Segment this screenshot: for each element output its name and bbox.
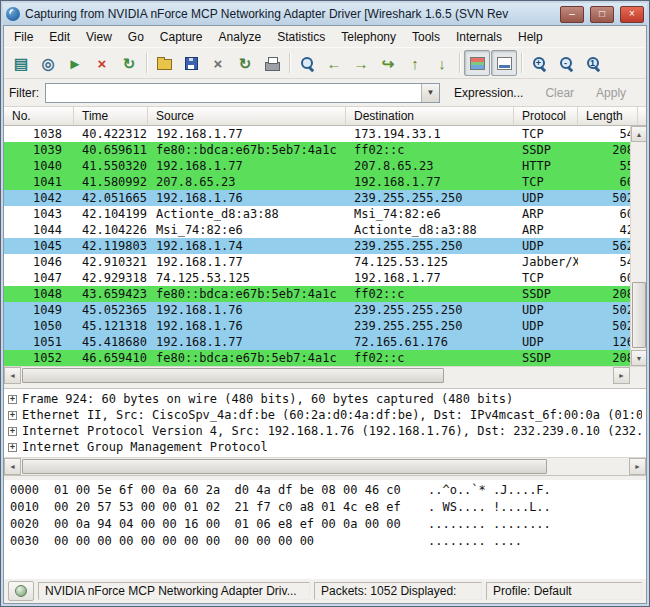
restart-capture-icon[interactable]: ↻ [116,50,142,76]
minimize-button[interactable]: – [560,6,584,23]
expert-info-icon [15,585,27,597]
profile-status: Profile: Default [486,582,642,600]
column-header-source[interactable]: Source [148,107,346,125]
packet-row-1052[interactable]: 105246.659410fe80::bdca:e67b:5eb7:4a1cff… [4,350,630,366]
zoom-in-icon[interactable]: + [526,50,552,76]
expand-plus-icon[interactable]: + [8,427,17,436]
menu-bar: FileEditViewGoCaptureAnalyzeStatisticsTe… [4,26,646,47]
scroll-up-icon[interactable]: ▲ [631,126,646,142]
stop-capture-icon[interactable]: × [89,50,115,76]
zoom-100-icon[interactable]: 1 [580,50,606,76]
menu-telephony[interactable]: Telephony [333,28,404,46]
main-toolbar: ▤◎►×↻×↻←→↪↑↓+-1 [4,47,646,79]
packet-list-vertical-scrollbar[interactable]: ▲ ▼ [630,126,646,366]
expand-plus-icon[interactable]: + [8,411,17,420]
filter-combo: ▼ [45,83,440,103]
column-header-no[interactable]: No. [4,107,74,125]
print-icon[interactable] [259,50,285,76]
interfaces-icon[interactable]: ▤ [8,50,34,76]
go-forward-icon[interactable]: → [348,50,374,76]
menu-help[interactable]: Help [510,28,551,46]
clear-button[interactable]: Clear [537,84,582,102]
menu-edit[interactable]: Edit [41,28,78,46]
find-packet-icon-shape [299,55,316,72]
expert-info-button[interactable] [8,581,34,601]
vertical-scroll-track[interactable] [631,142,646,350]
colorize-toggle-button[interactable] [464,50,490,76]
hex-line-0020[interactable]: 002000 0a 94 04 00 00 16 00 01 06 e8 ef … [10,517,640,534]
hex-line-0010[interactable]: 001000 20 57 53 00 00 01 02 21 f7 c0 a8 … [10,500,640,517]
autoscroll-toggle-button[interactable] [491,50,517,76]
go-last-packet-icon[interactable]: ↓ [429,50,455,76]
open-capture-file-icon[interactable] [151,50,177,76]
horizontal-scroll-thumb[interactable] [22,368,444,383]
column-header-protocol[interactable]: Protocol [514,107,578,125]
packet-row-1038[interactable]: 103840.422312192.168.1.77173.194.33.1TCP… [4,126,630,142]
scroll-left-icon[interactable]: ◄ [4,367,21,384]
details-scroll-track[interactable] [21,458,629,475]
save-capture-file-icon[interactable] [178,50,204,76]
menu-capture[interactable]: Capture [152,28,211,46]
find-packet-icon[interactable] [294,50,320,76]
menu-internals[interactable]: Internals [448,28,510,46]
title-bar[interactable]: Capturing from NVIDIA nForce MCP Network… [3,3,647,25]
detail-line-3[interactable]: +Internet Group Management Protocol [8,439,642,455]
packet-row-1044[interactable]: 104442.104226Msi_74:82:e6Actionte_d8:a3:… [4,222,630,238]
menu-statistics[interactable]: Statistics [269,28,333,46]
filter-input[interactable] [46,84,421,102]
hex-line-0030[interactable]: 003000 00 00 00 00 00 00 00 00 00 00 00.… [10,534,640,551]
packet-row-1041[interactable]: 104141.580992207.8.65.23192.168.1.77TCP6… [4,174,630,190]
zoom-out-icon[interactable]: - [553,50,579,76]
menu-file[interactable]: File [6,28,41,46]
interfaces-icon-glyph: ▤ [14,56,28,71]
scroll-right-icon[interactable]: ► [613,367,630,384]
go-first-packet-icon[interactable]: ↑ [402,50,428,76]
packet-row-1045[interactable]: 104542.119803192.168.1.74239.255.255.250… [4,238,630,254]
packet-row-1047[interactable]: 104742.92931874.125.53.125192.168.1.77TC… [4,270,630,286]
detail-line-0[interactable]: +Frame 924: 60 bytes on wire (480 bits),… [8,391,642,407]
reload-capture-file-icon[interactable]: ↻ [232,50,258,76]
filter-dropdown-icon[interactable]: ▼ [421,84,439,102]
maximize-button[interactable]: □ [590,6,614,23]
expand-plus-icon[interactable]: + [8,443,17,452]
menu-analyze[interactable]: Analyze [211,28,270,46]
start-capture-icon[interactable]: ► [62,50,88,76]
packet-row-1051[interactable]: 105145.418680192.168.1.7772.165.61.176UD… [4,334,630,350]
column-header-destination[interactable]: Destination [346,107,514,125]
column-header-time[interactable]: Time [74,107,148,125]
toolbar-separator [521,53,522,73]
packet-row-1040[interactable]: 104041.550320192.168.1.77207.8.65.23HTTP… [4,158,630,174]
menu-go[interactable]: Go [120,28,152,46]
details-horizontal-scrollbar[interactable]: ◄ ► [4,457,646,475]
scroll-right-icon[interactable]: ► [629,458,646,475]
close-capture-file-icon[interactable]: × [205,50,231,76]
go-to-packet-icon[interactable]: ↪ [375,50,401,76]
packet-row-1039[interactable]: 103940.659611fe80::bdca:e67b:5eb7:4a1cff… [4,142,630,158]
packet-list-horizontal-scrollbar[interactable]: ◄ ► [4,366,646,384]
restart-capture-icon-glyph: ↻ [123,56,136,71]
vertical-scroll-thumb[interactable] [632,282,646,348]
apply-button[interactable]: Apply [588,84,634,102]
close-button[interactable]: × [620,6,644,23]
packet-row-1046[interactable]: 104642.910321192.168.1.7774.125.53.125Ja… [4,254,630,270]
menu-tools[interactable]: Tools [404,28,448,46]
packet-row-1042[interactable]: 104242.051665192.168.1.76239.255.255.250… [4,190,630,206]
expression-button[interactable]: Expression... [446,84,531,102]
horizontal-scroll-track[interactable] [21,367,613,384]
details-scroll-thumb[interactable] [22,459,547,474]
detail-line-1[interactable]: +Ethernet II, Src: CiscoSpv_4a:df:be (60… [8,407,642,423]
expand-plus-icon[interactable]: + [8,395,17,404]
column-header-length[interactable]: Length [578,107,638,125]
scroll-down-icon[interactable]: ▼ [631,350,646,366]
packet-row-1050[interactable]: 105045.121318192.168.1.76239.255.255.250… [4,318,630,334]
packet-detail-lines: +Frame 924: 60 bytes on wire (480 bits),… [4,389,646,457]
packet-row-1048[interactable]: 104843.659423fe80::bdca:e67b:5eb7:4a1cff… [4,286,630,302]
capture-options-icon[interactable]: ◎ [35,50,61,76]
packet-row-1049[interactable]: 104945.052365192.168.1.76239.255.255.250… [4,302,630,318]
packet-row-1043[interactable]: 104342.104199Actionte_d8:a3:88Msi_74:82:… [4,206,630,222]
scroll-left-icon[interactable]: ◄ [4,458,21,475]
menu-view[interactable]: View [78,28,120,46]
go-back-icon[interactable]: ← [321,50,347,76]
detail-line-2[interactable]: +Internet Protocol Version 4, Src: 192.1… [8,423,642,439]
hex-line-0000[interactable]: 000001 00 5e 6f 00 0a 60 2a d0 4a df be … [10,483,640,500]
